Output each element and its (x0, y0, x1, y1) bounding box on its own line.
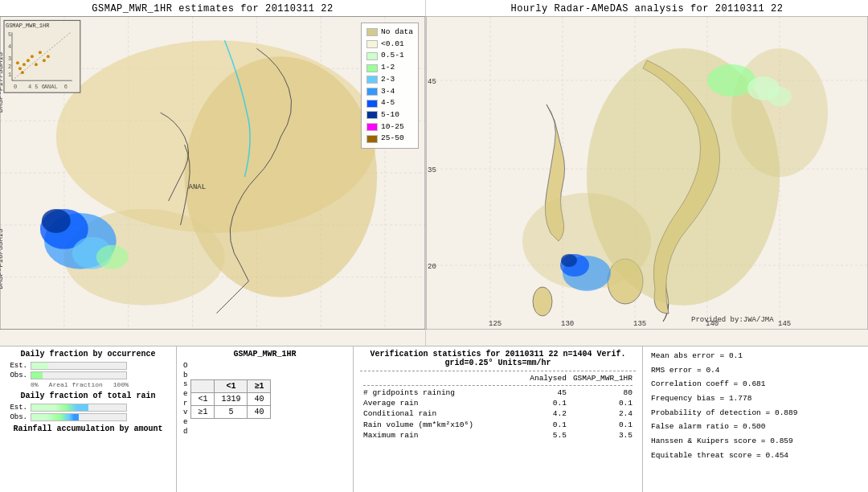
stat-6: Hanssen & Kuipers score = 0.859 (651, 435, 844, 448)
svg-text:DMSP-F16/SSMIS: DMSP-F16/SSMIS (0, 228, 5, 289)
legend-label-23: 2-3 (381, 74, 395, 86)
svg-point-27 (18, 67, 22, 70)
chart2-est-row: Est. (5, 404, 171, 412)
verif-row-3: Rain volume (mm*km²x10⁶) 0.1 0.1 (360, 419, 636, 430)
left-map-area: ANAL DMSP-F17/SSMIS DMSP-F16/SSMIS GSMAP… (0, 16, 425, 330)
legend-color-2550 (366, 135, 378, 143)
verif-header-gsmap: GSMAP_MWR_1HR (570, 373, 636, 383)
chart2-est-label: Est. (5, 404, 27, 412)
verif-row-1: Average rain 0.1 0.1 (360, 398, 636, 408)
chart1-title: Daily fraction by occurrence (5, 350, 171, 359)
right-panel-title: Hourly Radar-AMeDAS analysis for 2011031… (426, 0, 868, 16)
verif-val2-4: 3.5 (570, 430, 636, 441)
legend-color-051 (366, 52, 378, 60)
legend-item-051: 0.5-1 (366, 50, 413, 62)
chart1-axis: 0% Areal fraction 100% (31, 381, 129, 388)
verif-divider (363, 385, 633, 386)
svg-text:ANAL: ANAL (189, 183, 207, 191)
legend-label-45: 4-5 (381, 97, 395, 109)
svg-text:0: 0 (14, 84, 17, 90)
svg-text:Provided by:JWA/JMA: Provided by:JWA/JMA (691, 316, 774, 324)
chart2-est-fill (31, 404, 88, 411)
chart3-title: Rainfall accumulation by amount (5, 424, 171, 433)
chart2-obs-track (31, 413, 127, 421)
obs-vertical-label: O b s e r v e d (183, 362, 187, 437)
verif-val2-0: 80 (570, 387, 636, 398)
legend-item-2550: 25-50 (366, 133, 413, 145)
svg-point-29 (35, 63, 38, 66)
verif-val1-2: 4.2 (516, 408, 570, 419)
chart2-obs-row: Obs. (5, 413, 171, 421)
chart1-area: Est. Obs. 0% Areal fraction 100% (5, 362, 171, 388)
chart2-title: Daily fraction of total rain (5, 392, 171, 400)
legend-color-510 (366, 111, 378, 119)
svg-rect-23 (4, 20, 80, 92)
chart2-obs-fill (31, 414, 79, 420)
contingency-inner: <1 ≥1 <1 1319 40 ≥1 5 40 (190, 379, 271, 419)
contingency-row-lt1-label: <1 (191, 393, 215, 406)
stat-3: Frequency bias = 1.778 (651, 392, 844, 405)
verif-row-0: # gridpoints raining 45 80 (360, 387, 636, 398)
svg-point-19 (96, 245, 129, 269)
svg-point-34 (16, 61, 19, 64)
svg-point-67 (768, 87, 792, 106)
legend-item-23: 2-3 (366, 74, 413, 86)
chart2-obs-label: Obs. (5, 413, 27, 421)
verif-name-3: Rain volume (mm*km²x10⁶) (360, 419, 516, 430)
right-map-svg: 45 35 20 125 130 135 140 145 Provided by… (426, 16, 868, 330)
legend-color-1025 (366, 123, 378, 131)
stat-7: Equitable threat score = 0.454 (651, 449, 844, 462)
verif-row-2: Conditional rain 4.2 2.4 (360, 408, 636, 419)
contingency-header-row: <1 ≥1 (191, 380, 271, 393)
svg-point-26 (27, 59, 30, 62)
stat-2: Correlation coeff = 0.681 (651, 378, 844, 391)
chart1-obs-row: Obs. (5, 371, 171, 379)
legend-label-051: 0.5-1 (381, 50, 404, 62)
chart2-est-track (31, 404, 127, 412)
verif-name-2: Conditional rain (360, 408, 516, 419)
svg-point-32 (43, 59, 46, 62)
svg-point-33 (47, 55, 50, 58)
svg-text:20: 20 (428, 263, 436, 271)
verif-header-name (360, 373, 516, 383)
contingency-cell-11: 40 (248, 406, 271, 419)
chart1-obs-track (31, 371, 127, 379)
legend-label-001: <0.01 (381, 39, 404, 51)
legend-item-001: <0.01 (366, 39, 413, 51)
chart1-axis-label: Areal fraction (49, 381, 103, 388)
svg-point-31 (21, 71, 24, 74)
svg-text:135: 135 (633, 320, 646, 328)
legend-label-2550: 25-50 (381, 133, 404, 145)
chart1-obs-label: Obs. (5, 371, 27, 379)
contingency-table: <1 ≥1 <1 1319 40 ≥1 5 40 (190, 379, 271, 419)
chart1-est-fill-green (31, 363, 48, 369)
legend-color-nodata (366, 28, 378, 36)
verif-table: Analysed GSMAP_MWR_1HR # gridpoints rain… (360, 373, 636, 441)
verif-divider-top (360, 371, 636, 371)
legend-item-1025: 10-25 (366, 121, 413, 133)
left-panel-title: GSMAP_MWR_1HR estimates for 20110311 22 (0, 0, 425, 16)
legend-label-1025: 10-25 (381, 121, 404, 133)
stat-5: False alarm ratio = 0.500 (651, 420, 844, 433)
legend-label-12: 1-2 (381, 62, 395, 74)
verif-val1-1: 0.1 (516, 398, 570, 408)
svg-text:1: 1 (8, 72, 11, 78)
verif-row-4: Maximum rain 5.5 3.5 (360, 430, 636, 441)
svg-text:45: 45 (428, 78, 436, 86)
contingency-cell-00: 1319 (215, 393, 248, 406)
svg-text:3: 3 (8, 55, 11, 62)
svg-text:125: 125 (489, 320, 502, 328)
contingency-cell-01: 40 (248, 393, 271, 406)
contingency-col-lt1: <1 (215, 380, 248, 393)
chart1-axis-start: 0% (31, 381, 39, 388)
chart1-est-row: Est. (5, 362, 171, 370)
chart1-est-label: Est. (5, 362, 27, 370)
svg-text:4: 4 (8, 43, 11, 50)
legend-color-34 (366, 88, 378, 96)
contingency-row-lt1: <1 1319 40 (191, 393, 271, 406)
stat-1: RMS error = 0.4 (651, 364, 844, 377)
svg-point-66 (561, 254, 577, 267)
svg-text:ANAL: ANAL (44, 84, 58, 90)
verif-val1-0: 45 (516, 387, 570, 398)
contingency-title: GSMAP_MWR_1HR (183, 350, 346, 359)
